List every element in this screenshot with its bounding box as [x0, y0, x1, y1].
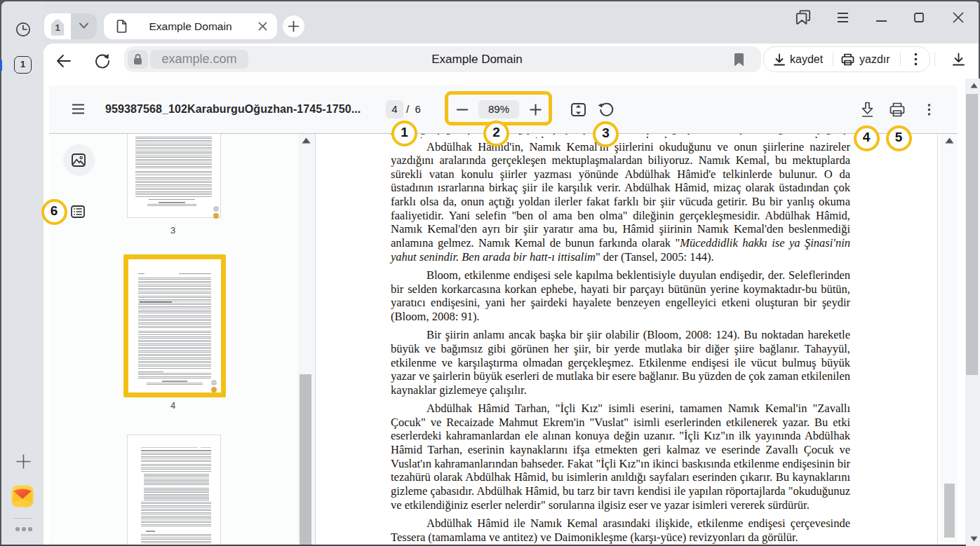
- svg-text:1: 1: [55, 22, 60, 33]
